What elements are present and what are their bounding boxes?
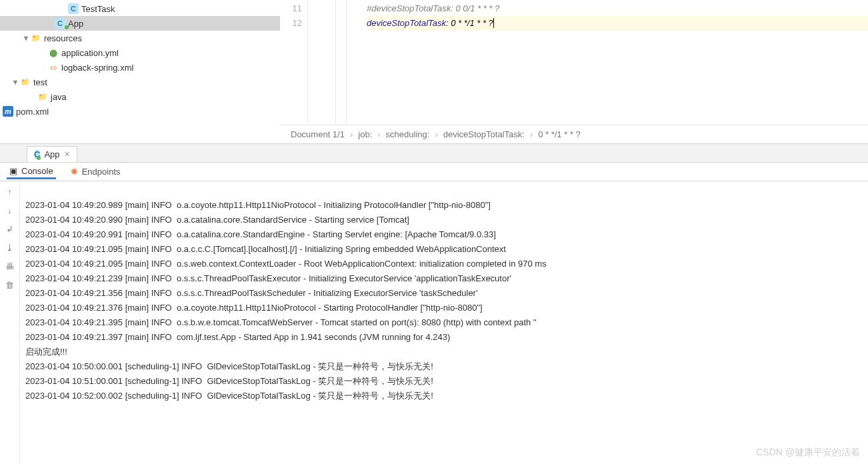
clear-icon[interactable]: 🗑 [4, 279, 16, 291]
breadcrumb-item[interactable]: 0 * */1 * * ? [538, 129, 581, 139]
chevron-right-icon: › [377, 129, 380, 139]
editor-code[interactable]: #deviceStopTotalTask: 0 0/1 * * * ? devi… [347, 0, 868, 125]
tree-label: application.yml [61, 48, 119, 58]
run-tab-bar: C App ✕ [0, 144, 868, 163]
run-tab-label: App [44, 149, 59, 159]
print-icon[interactable]: 🖶 [4, 260, 16, 272]
folder-green-icon: 📁 [37, 91, 48, 102]
editor-gutter[interactable]: 11 12 [280, 0, 308, 125]
log-line: 2023-01-04 10:50:00.001 [scheduling-1] I… [25, 361, 433, 371]
breadcrumb-item[interactable]: scheduling: [386, 129, 430, 139]
tab-label: Console [21, 166, 53, 176]
folder-icon: 📁 [31, 33, 41, 43]
log-line: 2023-01-04 10:49:21.397 [main] INFO com.… [25, 332, 450, 342]
close-icon[interactable]: ✕ [64, 150, 70, 159]
scroll-lock-icon[interactable]: ⤓ [4, 241, 16, 253]
chevron-right-icon: › [350, 129, 353, 139]
breadcrumb-item[interactable]: job: [358, 129, 372, 139]
code-value: : 0 * */1 * * ? [446, 18, 493, 28]
chevron-right-icon: › [435, 129, 437, 139]
tree-label: test [33, 77, 47, 87]
tree-label: java [51, 92, 67, 102]
soft-wrap-icon[interactable]: ↲ [4, 223, 16, 235]
log-line: 2023-01-04 10:49:21.395 [main] INFO o.s.… [25, 317, 537, 327]
chevron-right-icon: › [530, 129, 533, 139]
log-line: 2023-01-04 10:49:21.376 [main] INFO o.a.… [25, 303, 483, 313]
tree-item-logback-xml[interactable]: ▭ logback-spring.xml [0, 60, 280, 75]
tab-endpoints[interactable]: ✺ Endpoints [68, 165, 123, 178]
log-line: 2023-01-04 10:49:21.095 [main] INFO o.s.… [25, 259, 547, 269]
console-icon: ▣ [9, 166, 17, 176]
breadcrumb-item[interactable]: deviceStopTotalTask: [443, 129, 525, 139]
line-number: 11 [280, 1, 302, 16]
yml-icon: ⬤ [48, 47, 59, 58]
scroll-down-icon[interactable]: ↓ [4, 204, 16, 216]
console-output[interactable]: 2023-01-04 10:49:20.989 [main] INFO o.a.… [20, 181, 868, 464]
tree-item-test[interactable]: ▼ 📁 test [0, 75, 280, 89]
folder-icon: 📁 [20, 77, 31, 87]
log-line: 2023-01-04 10:49:21.239 [main] INFO o.s.… [25, 273, 511, 283]
tree-item-application-yml[interactable]: ⬤ application.yml [0, 45, 280, 60]
chevron-down-icon[interactable]: ▼ [11, 78, 20, 86]
xml-icon: ▭ [48, 62, 59, 73]
log-line: 2023-01-04 10:49:21.095 [main] INFO o.a.… [25, 244, 506, 254]
tree-label: App [68, 19, 83, 29]
log-line: 2023-01-04 10:52:00.002 [scheduling-1] I… [25, 391, 433, 401]
class-icon: C [68, 3, 79, 14]
editor-fold-column[interactable] [308, 0, 336, 125]
project-tree[interactable]: C TestTask C App ▼ 📁 resources ⬤ applica… [0, 0, 280, 143]
tab-label: Endpoints [82, 167, 121, 177]
tree-label: TestTask [81, 4, 115, 14]
tree-label: resources [44, 33, 82, 43]
line-number: 12 [280, 16, 302, 31]
code-key: deviceStopTotalTask [367, 18, 446, 28]
tab-console[interactable]: ▣ Console [7, 165, 56, 179]
tree-item-pom-xml[interactable]: m pom.xml [0, 104, 280, 119]
run-panel: C App ✕ ▣ Console ✺ Endpoints ↑ ↓ ↲ ⤓ 🖶 … [0, 144, 868, 464]
log-line: 2023-01-04 10:49:20.990 [main] INFO o.a.… [25, 215, 409, 225]
tree-item-resources[interactable]: ▼ 📁 resources [0, 31, 280, 45]
endpoints-icon: ✺ [71, 167, 78, 177]
watermark: CSDN @健康平安的活着 [756, 447, 860, 459]
log-line: 2023-01-04 10:51:00.001 [scheduling-1] I… [25, 376, 433, 386]
run-subtabs: ▣ Console ✺ Endpoints [0, 163, 868, 181]
editor-marker-column[interactable] [336, 0, 347, 125]
code-comment: #deviceStopTotalTask: 0 0/1 * * * ? [367, 3, 499, 13]
class-run-icon: C [55, 18, 65, 29]
log-line: 2023-01-04 10:49:20.991 [main] INFO o.a.… [25, 229, 496, 239]
breadcrumb-doc: Document 1/1 [291, 129, 345, 139]
log-line: 启动完成!!! [25, 347, 67, 357]
breadcrumb[interactable]: Document 1/1 › job: › scheduling: › devi… [280, 125, 868, 143]
console-toolbar: ↑ ↓ ↲ ⤓ 🖶 🗑 [0, 181, 20, 464]
tree-item-app[interactable]: C App [0, 16, 280, 31]
editor-cursor [493, 18, 494, 28]
tree-item-testtask[interactable]: C TestTask [0, 1, 280, 16]
editor-area: 11 12 #deviceStopTotalTask: 0 0/1 * * * … [280, 0, 868, 143]
maven-icon: m [3, 106, 13, 117]
tree-label: pom.xml [16, 107, 49, 117]
run-tab-app[interactable]: C App ✕ [27, 146, 77, 162]
log-line: 2023-01-04 10:49:20.989 [main] INFO o.a.… [25, 200, 491, 210]
tree-item-java[interactable]: 📁 java [0, 89, 280, 104]
log-line: 2023-01-04 10:49:21.356 [main] INFO o.s.… [25, 288, 477, 298]
chevron-down-icon[interactable]: ▼ [21, 34, 31, 42]
scroll-to-end-icon[interactable]: ↑ [4, 185, 16, 197]
tree-label: logback-spring.xml [61, 63, 133, 73]
